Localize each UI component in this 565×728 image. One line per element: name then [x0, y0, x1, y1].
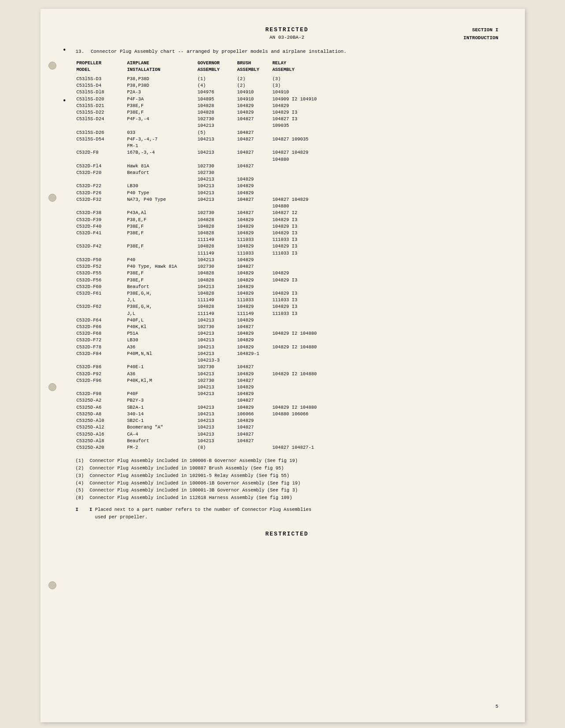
cell-8-3: 104827: [236, 129, 272, 136]
footer-restricted: RESTRICTED: [76, 531, 499, 537]
table-row: C532D-F8167B,-3,-4104213104827104827 104…: [76, 149, 499, 156]
footnote-item: (5)Connector Plug Assembly included in 1…: [76, 487, 499, 494]
cell-39-4: [272, 337, 499, 344]
table-row: C532D-F26P40 Type104213104829: [76, 190, 499, 196]
cell-51-3: 104829: [236, 418, 272, 424]
footnote-item: (3)Connector Plug Assembly included in 1…: [76, 472, 499, 480]
table-row: C532D-F66P40K,Kl102730104827: [76, 324, 499, 330]
cell-44-0: C532D-F92: [76, 371, 126, 377]
cell-27-0: C532D-F50: [76, 257, 126, 263]
cell-19-0: [76, 203, 126, 210]
cell-14-3: [236, 170, 272, 176]
col-governor-assembly: GOVERNORASSEMBLY: [197, 59, 236, 76]
cell-22-1: P38E,F: [126, 223, 197, 230]
cell-54-0: C5325D-Al8: [76, 438, 126, 444]
cell-39-3: 104829: [236, 337, 272, 344]
cell-25-1: P38E,F: [126, 243, 197, 250]
footnote-note: I I Placed next to a part number refers …: [76, 506, 499, 521]
cell-48-1: PB2Y-3: [126, 397, 197, 404]
col-propeller-model: PROPELLERMODEL: [76, 59, 126, 76]
cell-42-4: [272, 357, 499, 364]
cell-26-4: 111033 I3: [272, 250, 499, 257]
cell-2-0: C53l5S-Dl8: [76, 89, 126, 96]
cell-42-0: [76, 357, 126, 364]
table-row: C53l5S-D26033(5)104827: [76, 129, 499, 136]
section-label: SECTION I INTRODUCTION: [463, 26, 498, 42]
cell-19-4: 104880: [272, 203, 499, 210]
table-row: C53l5S-D4P38,P38D(4)(2)(3): [76, 82, 499, 89]
cell-40-0: C532D-F78: [76, 344, 126, 351]
cell-26-3: 111033: [236, 250, 272, 257]
cell-30-3: 104829: [236, 277, 272, 284]
cell-1-1: P38,P38D: [126, 82, 197, 89]
table-row: C53l5S-Dl8P2A-3104976104910104910: [76, 89, 499, 96]
cell-3-1: P4F-3A: [126, 96, 197, 103]
cell-26-2: 111149: [197, 250, 236, 257]
cell-24-3: 111033: [236, 237, 272, 243]
note-symbol: I: [76, 507, 87, 512]
cell-33-1: J,L: [126, 297, 197, 303]
cell-18-2: 104213: [197, 196, 236, 203]
cell-31-2: 104213: [197, 284, 236, 290]
cell-37-3: 104827: [236, 324, 272, 330]
cell-38-2: 104213: [197, 330, 236, 337]
cell-55-2: (8): [197, 444, 236, 451]
cell-47-2: 104213: [197, 391, 236, 397]
cell-20-1: P43A,Al: [126, 210, 197, 216]
table-row: C532D-Fl4Hawk 81A102730104827: [76, 163, 499, 170]
cell-45-2: 102730: [197, 377, 236, 384]
cell-38-1: P51A: [126, 330, 197, 337]
cell-52-3: 104827: [236, 424, 272, 431]
cell-35-1: J,L: [126, 310, 197, 317]
col-relay-assembly: RELAYASSEMBLY: [272, 59, 499, 76]
footnote-section: (1)Connector Plug Assembly included in 1…: [76, 457, 499, 502]
footnote-text: Connector Plug Assembly included in 1029…: [90, 472, 290, 480]
section-title: SECTION I: [463, 26, 498, 34]
table-row: C532D-F55P38E,F104828104829104829: [76, 270, 499, 277]
cell-4-3: 104829: [236, 103, 272, 109]
cell-43-2: 102730: [197, 364, 236, 370]
table-row: C532D-F50P40104213104829: [76, 257, 499, 263]
cell-50-2: 104213: [197, 411, 236, 418]
cell-43-1: P40E-1: [126, 364, 197, 370]
cell-8-1: 033: [126, 129, 197, 136]
footnote-text: Connector Plug Assembly included in 1000…: [90, 457, 298, 465]
table-row: C532D-F68P51A104213104829104829 I2 10488…: [76, 330, 499, 337]
cell-10-0: [76, 143, 126, 149]
intro-text: Connector Plug Assembly chart -- arrange…: [91, 49, 347, 54]
intro-paragraph: 13. Connector Plug Assembly chart -- arr…: [76, 48, 499, 55]
footnote-num: (2): [76, 465, 88, 472]
cell-3-3: 104910: [236, 96, 272, 103]
cell-21-2: 104828: [197, 217, 236, 223]
bullet-dot-2: •: [63, 97, 67, 105]
footnote-text: Connector Plug Assembly included in 1008…: [90, 465, 284, 472]
cell-50-0: C5325D-A8: [76, 411, 126, 418]
cell-55-0: C5325D-A20: [76, 444, 126, 451]
footnote-text: Connector Plug Assembly included in 1000…: [90, 480, 301, 487]
cell-7-4: 109035: [272, 122, 499, 129]
table-row: C53l5S-D54P4F-3,-4,-7104213104827104827 …: [76, 136, 499, 143]
cell-16-3: 104829: [236, 183, 272, 189]
table-row: C53l5S-D3P38,P38D(1)(2)(3): [76, 76, 499, 82]
table-container: PROPELLERMODEL AIRPLANEINSTALLATION GOVE…: [76, 59, 499, 451]
cell-25-3: 104829: [236, 243, 272, 250]
cell-13-2: 102730: [197, 163, 236, 170]
cell-22-2: 104828: [197, 223, 236, 230]
cell-48-3: 104827: [236, 397, 272, 404]
cell-33-3: 111033: [236, 297, 272, 303]
cell-0-0: C53l5S-D3: [76, 76, 126, 82]
cell-43-0: C532D-F86: [76, 364, 126, 370]
cell-54-1: Beaufort: [126, 438, 197, 444]
cell-26-1: [126, 250, 197, 257]
cell-45-0: C532D-F96: [76, 377, 126, 384]
cell-29-3: 104829: [236, 270, 272, 277]
cell-38-4: 104829 I2 104880: [272, 330, 499, 337]
cell-34-3: 104829: [236, 303, 272, 310]
cell-46-2: 104213: [197, 384, 236, 391]
cell-39-0: C532D-F72: [76, 337, 126, 344]
cell-41-2: 104213: [197, 351, 236, 357]
cell-32-1: P38E,G,H,: [126, 290, 197, 297]
cell-31-0: C532D-F60: [76, 284, 126, 290]
cell-11-4: 104827 104829: [272, 149, 499, 156]
cell-51-4: [272, 418, 499, 424]
